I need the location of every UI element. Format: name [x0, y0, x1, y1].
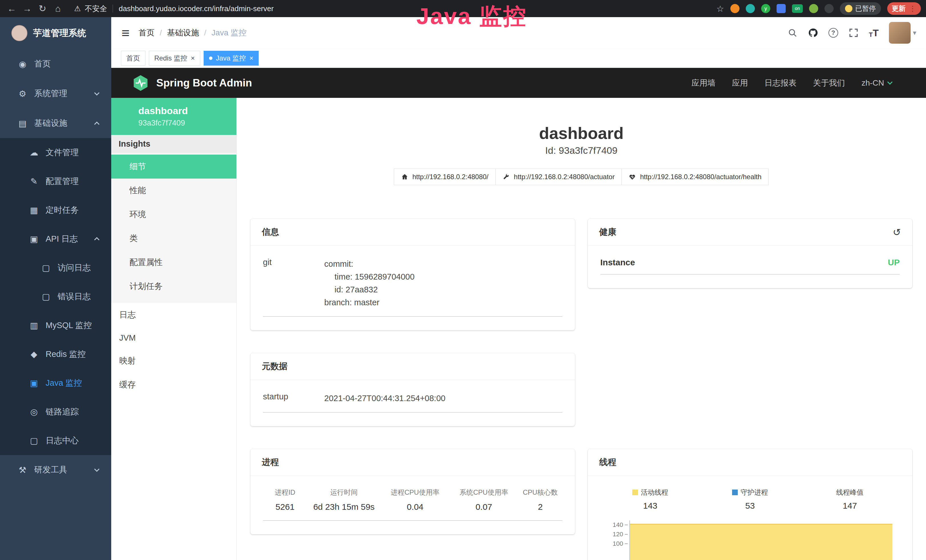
back-icon[interactable]: ←	[5, 3, 18, 14]
sidebar-item-dev-tools[interactable]: ⚒ 研发工具	[0, 455, 111, 485]
app-title: 芋道管理系统	[33, 27, 86, 39]
chevron-up-icon	[94, 121, 99, 127]
sba-brand[interactable]: Spring Boot Admin	[132, 74, 252, 92]
home-icon	[401, 173, 409, 180]
sba-nav-applications[interactable]: 应用	[732, 77, 748, 88]
close-icon[interactable]: ×	[191, 55, 195, 62]
leaf-extension-icon[interactable]	[809, 4, 818, 13]
page-subtitle: Id: 93a3fc7f7409	[250, 145, 912, 156]
sba-nav-about[interactable]: 关于我们	[813, 77, 845, 88]
caret-down-icon: ▾	[913, 29, 916, 37]
app-logo-image	[11, 25, 27, 41]
breadcrumb-home[interactable]: 首页	[139, 27, 154, 38]
on-badge-icon[interactable]: on	[792, 4, 803, 13]
sba-instance-header[interactable]: dashboard 93a3fc7f7409	[111, 98, 236, 135]
app-frame: 芋道管理系统 ◉ 首页 ⚙ 系统管理 ▤ 基础设施	[0, 17, 926, 560]
active-dot-icon	[209, 56, 212, 60]
instance-health-row[interactable]: Instance UP	[600, 257, 900, 274]
cloud-icon: ☁	[29, 147, 39, 157]
git-time-line: time: 1596289704000	[324, 271, 415, 283]
sidebar-menu: ◉ 首页 ⚙ 系统管理 ▤ 基础设施 ☁ 文件管理	[0, 49, 111, 485]
user-menu[interactable]: ▾	[889, 22, 916, 44]
threads-chart-area	[630, 524, 892, 560]
actuator-url-link[interactable]: http://192.168.0.2:48080/actuator	[495, 169, 622, 185]
sba-menu-environment[interactable]: 环境	[111, 203, 236, 227]
infrastructure-icon: ▤	[17, 118, 28, 129]
tab-java-monitor[interactable]: Java 监控 ×	[204, 51, 259, 66]
sba-menu-config-properties[interactable]: 配置属性	[111, 250, 236, 274]
update-button[interactable]: 更新 ⋮	[887, 2, 921, 15]
status-badge: UP	[888, 257, 900, 267]
help-icon[interactable]: ?	[828, 28, 838, 38]
browser-menu-icon[interactable]: ⋮	[909, 4, 916, 13]
home-icon[interactable]: ⌂	[51, 3, 65, 14]
hamburger-icon[interactable]: ≡	[121, 25, 130, 41]
pencil-icon: ✎	[29, 176, 39, 186]
breadcrumb-current: Java 监控	[212, 27, 247, 38]
sba-menu-mappings[interactable]: 映射	[111, 349, 236, 373]
paw-extension-icon[interactable]	[825, 4, 834, 13]
sidebar-item-error-logs[interactable]: ▢ 错误日志	[0, 282, 111, 311]
font-size-icon[interactable]: TT	[869, 27, 879, 38]
grid-extension-icon[interactable]	[776, 4, 786, 13]
address-bar[interactable]: ⚠ 不安全 dashboard.yudao.iocoder.cn/infra/a…	[74, 4, 274, 14]
sba-menu-logs[interactable]: 日志	[111, 303, 236, 327]
update-label: 更新	[892, 4, 905, 13]
sidebar-item-config-management[interactable]: ✎ 配置管理	[0, 167, 111, 196]
fox-extension-icon[interactable]	[730, 4, 740, 13]
legend-peak-threads: 线程峰值 147	[800, 488, 900, 511]
github-icon[interactable]	[808, 28, 818, 38]
warning-icon: ⚠	[74, 4, 81, 13]
green-extension-icon[interactable]: y	[761, 4, 770, 13]
bookmark-star-icon[interactable]: ☆	[716, 4, 724, 14]
sba-menu-details[interactable]: 细节	[111, 154, 236, 179]
refresh-icon[interactable]: ↻	[36, 3, 49, 14]
sba-menu-caches[interactable]: 缓存	[111, 373, 236, 397]
sba-nav-journal[interactable]: 日志报表	[764, 77, 796, 88]
instance-links: http://192.168.0.2:48080/ http://192.168…	[250, 169, 912, 185]
process-card: 进程 进程ID 运行时间 进程CPU使用率 系统CPU使用率 CPU核心数	[250, 449, 575, 534]
sidebar-item-file-management[interactable]: ☁ 文件管理	[0, 138, 111, 167]
sba-menu-classes[interactable]: 类	[111, 227, 236, 250]
sba-menu-performance[interactable]: 性能	[111, 179, 236, 203]
process-header-cpu-cores: CPU核心数	[518, 488, 562, 497]
paused-badge[interactable]: 已暂停	[840, 2, 881, 15]
info-card: 信息 git commit: time: 1596289704000 id: 2…	[250, 219, 575, 330]
health-url-link[interactable]: http://192.168.0.2:48080/actuator/health	[622, 169, 769, 185]
app-logo[interactable]: 芋道管理系统	[0, 17, 111, 49]
fullscreen-icon[interactable]	[849, 28, 859, 38]
sba-menu-jvm[interactable]: JVM	[111, 327, 236, 349]
breadcrumb-infrastructure[interactable]: 基础设施	[167, 27, 199, 38]
tab-home[interactable]: 首页	[121, 51, 145, 66]
sidebar-item-mysql-monitor[interactable]: ▥ MySQL 监控	[0, 311, 111, 340]
screen: ← → ↻ ⌂ ⚠ 不安全 dashboard.yudao.iocoder.cn…	[0, 0, 926, 560]
sidebar-item-log-center[interactable]: ▢ 日志中心	[0, 426, 111, 455]
legend-daemon-threads: 守护进程 53	[700, 488, 800, 511]
sba-insights-group: 细节 性能 环境 类 配置属性 计划任务	[111, 153, 236, 303]
startup-row: startup 2021-04-27T00:44:31.254+08:00	[263, 392, 562, 413]
history-icon[interactable]: ↺	[893, 227, 901, 238]
sidebar-item-api-logs[interactable]: ▣ API 日志	[0, 224, 111, 253]
close-icon[interactable]: ×	[249, 55, 253, 62]
gear-icon: ⚙	[17, 89, 28, 99]
sba-language-select[interactable]: zh-CN	[861, 79, 892, 88]
service-url-link[interactable]: http://192.168.0.2:48080/	[394, 169, 496, 185]
drop-extension-icon[interactable]	[746, 4, 755, 13]
sidebar-item-home[interactable]: ◉ 首页	[0, 49, 111, 79]
grid-icon: ▦	[29, 205, 39, 215]
sidebar-item-java-monitor[interactable]: ▣ Java 监控	[0, 369, 111, 397]
sidebar-item-redis-monitor[interactable]: ◆ Redis 监控	[0, 340, 111, 369]
sba-nav-wallboard[interactable]: 应用墙	[691, 77, 716, 88]
sba-menu-scheduled-tasks[interactable]: 计划任务	[111, 274, 236, 298]
sidebar-item-scheduled-tasks[interactable]: ▦ 定时任务	[0, 196, 111, 224]
sidebar-item-link-tracing[interactable]: ◎ 链路追踪	[0, 397, 111, 426]
forward-icon[interactable]: →	[21, 3, 34, 14]
threads-chart-yaxis: 140 120 100	[600, 520, 628, 549]
metadata-card: 元数据 startup 2021-04-27T00:44:31.254+08:0…	[250, 353, 575, 426]
sidebar-item-infrastructure[interactable]: ▤ 基础设施	[0, 108, 111, 138]
tab-redis-monitor[interactable]: Redis 监控 ×	[149, 51, 200, 66]
chevron-down-icon	[94, 466, 99, 472]
sidebar-item-access-logs[interactable]: ▢ 访问日志	[0, 253, 111, 282]
sidebar-item-system-management[interactable]: ⚙ 系统管理	[0, 79, 111, 108]
search-icon[interactable]	[787, 28, 798, 38]
